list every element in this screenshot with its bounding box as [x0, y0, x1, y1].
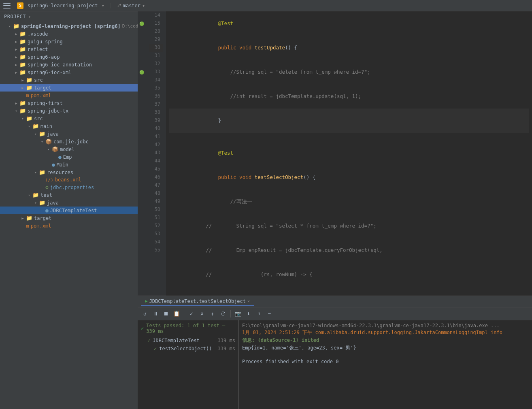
toolbar-stop[interactable]: ⏹: [162, 310, 170, 318]
gutter: 🟢 🟢: [138, 11, 146, 296]
project-title[interactable]: spring6-learning-project ▾: [28, 3, 104, 9]
run-tab-label: JDBCTemplateTest.testSelectObject: [149, 298, 246, 304]
class-icon-jdbc-test: ●: [45, 207, 49, 213]
toolbar-pause[interactable]: ⏸: [151, 310, 160, 318]
tree-label-java-jdbc: java: [47, 131, 59, 137]
toolbar-screenshot[interactable]: 📷: [234, 310, 242, 318]
sidebar-item-jdbc-props[interactable]: ▶ ⚙ jdbc.properties: [0, 183, 138, 191]
spring-first-icon: 📁: [19, 100, 26, 106]
sidebar-item-src-ioc[interactable]: ▶ 📁 src: [0, 76, 138, 84]
toolbar-sep-2: [230, 310, 231, 317]
run-panel: ▶ JDBCTemplateTest.testSelectObject ✕ ↺ …: [138, 296, 532, 409]
sidebar-item-ioc-annotation[interactable]: ▶ 📁 spring6-ioc-annotation: [0, 61, 138, 68]
sidebar-item-test[interactable]: ▾ 📁 test: [0, 191, 138, 199]
folder-icon: 📁: [13, 23, 19, 29]
tree-label-main-jdbc: main: [40, 124, 52, 129]
xml-icon-beans: ⟨/⟩: [45, 177, 53, 183]
tree-label-guigu: guigu-spring: [28, 39, 63, 45]
sidebar-item-target-ioc[interactable]: ▶ 📁 target: [0, 84, 138, 92]
toolbar-copy[interactable]: 📋: [172, 310, 181, 318]
tab-close-btn[interactable]: ✕: [247, 299, 250, 303]
sidebar-item-model[interactable]: ▾ 📦 model: [0, 145, 138, 153]
package-icon: 📦: [45, 138, 52, 145]
output-emp-data: Emp{id=1, name='张三', age=23, sex='男'}: [242, 345, 529, 351]
run-output: E:\tool\graalvm-ce-java17-windows-amd64-…: [239, 320, 532, 409]
tree-label-props: jdbc.properties: [50, 185, 94, 190]
tree-label-src-jdbc: src: [34, 116, 43, 121]
sidebar-item-pom-ioc[interactable]: ▶ m pom.xml: [0, 92, 138, 99]
sidebar-item-root[interactable]: ▾ 📁 spring6-learning-project [spring6] D…: [0, 22, 138, 30]
run-sidebar: ✓ Tests passed: 1 of 1 test — 339 ms ✓ J…: [138, 320, 239, 409]
toolbar-rerun[interactable]: ↺: [141, 310, 149, 318]
code-line-34: //写法一: [169, 190, 529, 214]
sidebar-item-spring-first[interactable]: ▶ 📁 spring-first: [0, 99, 138, 107]
ioc-xml-icon: 📁: [19, 69, 26, 75]
status-text: Tests passed: 1 of 1 test — 339 ms: [146, 323, 235, 334]
sidebar-item-guigu[interactable]: ▶ 📁 guigu-spring: [0, 38, 138, 45]
aop-icon: 📁: [19, 54, 26, 60]
output-datasource: 信息: {dataSource-1} inited: [242, 337, 529, 344]
tree-label-ioc-xml: spring6-ioc-xml: [28, 70, 71, 75]
code-line-14: @Test: [169, 11, 529, 36]
code-line-31: [169, 133, 529, 141]
toolbar-filter-fail[interactable]: ✗: [198, 310, 206, 318]
tree-label-aop: spring6-aop: [28, 54, 60, 60]
sidebar-item-ioc-xml[interactable]: ▶ 📁 spring6-ioc-xml: [0, 68, 138, 76]
sidebar-item-target-jdbc[interactable]: ▶ 📁 target: [0, 214, 138, 222]
test-item-class[interactable]: ✓ JDBCTemplateTest 339 ms: [138, 337, 238, 345]
tree-label-pom-ioc: pom.xml: [31, 93, 51, 98]
sidebar-item-vscode[interactable]: ▶ 📁 .vscode: [0, 30, 138, 38]
sidebar-tree[interactable]: ▾ 📁 spring6-learning-project [spring6] D…: [0, 22, 138, 409]
run-body: ✓ Tests passed: 1 of 1 test — 339 ms ✓ J…: [138, 320, 532, 409]
sidebar-item-emp[interactable]: ▶ ● Emp: [0, 153, 138, 161]
hamburger-menu[interactable]: [3, 3, 11, 9]
code-line-35: // String sql = "select * from t_emp whe…: [169, 214, 529, 238]
class-icon-emp: ●: [58, 154, 62, 160]
sidebar-item-main-class[interactable]: ▶ ● Main: [0, 161, 138, 168]
tree-label-jdbc-test: JDBCTemplateTest: [50, 208, 97, 213]
sidebar-item-resources[interactable]: ▾ 📁 resources: [0, 168, 138, 176]
tree-label-model: model: [60, 147, 74, 152]
test-icon: 📁: [32, 192, 39, 198]
sidebar-item-beans-xml[interactable]: ▶ ⟨/⟩ beans.xml: [0, 176, 138, 183]
sidebar-item-reflect[interactable]: ▶ 📁 reflect: [0, 45, 138, 53]
toolbar-sort[interactable]: ↕: [209, 310, 217, 318]
tree-label-java-test: java: [47, 200, 59, 206]
code-line-32: @Test: [169, 141, 529, 165]
maven-jdbc-icon: m: [26, 223, 29, 229]
code-line-37: // (rs, rowNum) -> {: [169, 262, 529, 287]
main-layout: Project ▾ ▾ 📁 spring6-learning-project […: [0, 11, 532, 409]
code-content[interactable]: @Test public void testUpdate() { //Strin…: [166, 11, 532, 296]
toolbar-history[interactable]: ⏱: [219, 310, 227, 318]
sidebar-item-package[interactable]: ▾ 📦 com.jie.jdbc: [0, 138, 138, 145]
tree-label-root: spring6-learning-project [spring6]: [21, 23, 121, 29]
tree-label-ioc-annotation: spring6-ioc-annotation: [28, 62, 92, 68]
java-test-icon: 📁: [39, 200, 45, 206]
code-line-30: }: [169, 109, 529, 133]
sidebar-item-main-jdbc[interactable]: ▾ 📁 main: [0, 122, 138, 130]
toolbar-export[interactable]: ⬇: [245, 310, 253, 318]
jdbc-tx-icon: 📁: [19, 108, 26, 114]
toolbar-more[interactable]: ⋯: [266, 310, 274, 318]
sidebar-item-aop[interactable]: ▶ 📁 spring6-aop: [0, 53, 138, 61]
sidebar-item-jdbc-test[interactable]: ▶ ● JDBCTemplateTest: [0, 207, 138, 214]
maven-icon: m: [26, 92, 29, 98]
resources-icon: 📁: [39, 169, 45, 175]
test-class-label: JDBCTemplateTest: [153, 338, 200, 343]
tree-label-test: test: [40, 192, 52, 198]
toolbar-filter-pass[interactable]: ✓: [187, 310, 196, 318]
toolbar-import[interactable]: ⬆: [255, 310, 263, 318]
sidebar-item-src-jdbc[interactable]: ▾ 📁 src: [0, 115, 138, 122]
test-item-method[interactable]: ✓ testSelectObject() 339 ms: [138, 345, 238, 353]
test-class-time: 339 ms: [218, 338, 235, 343]
code-view[interactable]: 🟢 🟢: [138, 11, 532, 296]
tree-label-vscode: .vscode: [28, 31, 48, 37]
run-tab-active[interactable]: ▶ JDBCTemplateTest.testSelectObject ✕: [141, 298, 254, 306]
sidebar-item-pom-jdbc[interactable]: ▶ m pom.xml: [0, 222, 138, 230]
test-method-time: 339 ms: [218, 346, 235, 351]
sidebar-item-java-jdbc[interactable]: ▾ 📁 java: [0, 130, 138, 138]
line-numbers: 14 15 28 29 30 31 32 33 34 35 36 37 38 3…: [146, 11, 166, 296]
branch-selector[interactable]: ⎇ master ▾: [116, 3, 145, 9]
sidebar-item-jdbc-tx[interactable]: ▾ 📁 spring-jdbc-tx: [0, 107, 138, 115]
sidebar-item-java-test[interactable]: ▾ 📁 java: [0, 199, 138, 207]
